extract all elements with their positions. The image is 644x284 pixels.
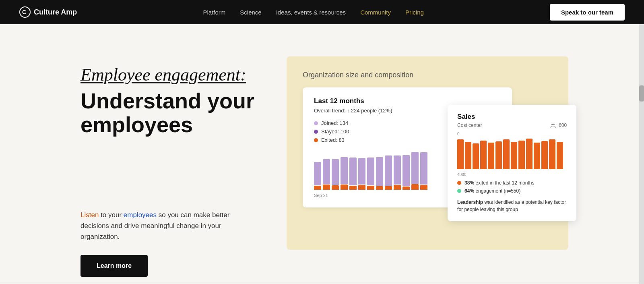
tab-ready-surveys[interactable]: Ready-to-use surveys [152, 282, 229, 284]
legend-dot-joined [314, 121, 318, 125]
sales-bar [457, 139, 464, 169]
nav-science[interactable]: Science [240, 9, 261, 16]
sales-bar [473, 143, 479, 169]
speak-to-team-button[interactable]: Speak to our team [550, 4, 625, 21]
card-sales: Sales Cost center 600 0 [448, 105, 576, 221]
logo[interactable]: C Culture Amp [19, 6, 77, 18]
chart-background: Organization size and composition Last 1… [287, 56, 568, 250]
sales-stats: 38% exited in the last 12 months 64% eng… [457, 180, 567, 194]
sales-bar [503, 139, 510, 169]
sales-bar [549, 139, 555, 169]
people-icon [550, 123, 556, 129]
logo-text: Culture Amp [34, 8, 77, 17]
nav-pricing[interactable]: Pricing [405, 9, 424, 16]
sales-bar [495, 141, 502, 169]
sales-bar [488, 143, 494, 169]
tab-retention-insights[interactable]: Retention insights [80, 282, 152, 284]
svg-point-3 [553, 124, 555, 125]
hero-right: Organization size and composition Last 1… [287, 56, 644, 250]
stat-dot-engagement [457, 189, 461, 193]
bar-group [349, 158, 357, 190]
sales-bar [526, 139, 533, 169]
bar-group [376, 157, 383, 190]
bar-group [323, 159, 330, 190]
stat-exited: 38% exited in the last 12 months [457, 180, 567, 186]
sales-y-axis-bottom: 4000 [457, 172, 567, 177]
sales-bar [541, 141, 548, 169]
sales-bar [465, 142, 471, 169]
stat-dot-exited [457, 181, 461, 185]
bar-group [367, 158, 374, 190]
hero-body: Listen to your employees so you can make… [80, 209, 233, 243]
bar-group [385, 155, 392, 190]
nav-ideas[interactable]: Ideas, events & resources [276, 9, 346, 16]
bottom-tabs: Retention insights Ready-to-use surveys … [0, 282, 644, 284]
nav-community[interactable]: Community [360, 9, 391, 16]
nav-platform[interactable]: Platform [203, 9, 225, 16]
sales-bar [534, 143, 540, 169]
navbar: C Culture Amp Platform Science Ideas, ev… [0, 0, 644, 24]
hero-left: Employee engagement: Understand your emp… [80, 56, 254, 277]
sales-bar [518, 141, 525, 169]
sales-subtitle: Cost center 600 [457, 122, 567, 129]
bar-group [411, 152, 419, 190]
bar-group [314, 162, 321, 190]
learn-more-button[interactable]: Learn more [80, 255, 148, 277]
sales-bar [511, 142, 517, 169]
bar-group [358, 158, 365, 190]
bar-group [332, 159, 339, 190]
chart-bg-title: Organization size and composition [303, 71, 552, 79]
bar-group [394, 155, 401, 190]
legend-dot-exited [314, 138, 318, 142]
hero-section: Employee engagement: Understand your emp… [0, 24, 644, 282]
bar-group [420, 152, 427, 190]
tab-ai-analytics[interactable]: AI powered analytics [229, 282, 304, 284]
svg-text:C: C [22, 9, 26, 15]
sales-insight: Leadership was identified as a potential… [457, 199, 567, 213]
bar-group [402, 155, 410, 190]
stat-engagement: 64% engagement (n=550) [457, 188, 567, 194]
sales-y-axis: 0 [457, 132, 567, 136]
sales-bar [480, 141, 487, 169]
nav-links: Platform Science Ideas, events & resourc… [203, 9, 423, 16]
hero-handwriting: Employee engagement: [80, 64, 254, 86]
sales-bar [557, 142, 563, 169]
card-12m-title: Last 12 months [314, 97, 501, 105]
svg-point-2 [551, 124, 553, 125]
bar-group [341, 157, 348, 190]
legend-dot-stayed [314, 130, 318, 134]
sales-title: Sales [457, 113, 567, 121]
hero-title: Understand your employees [80, 89, 254, 137]
culture-amp-logo-icon: C [19, 6, 31, 18]
sales-bar-chart [457, 137, 567, 169]
